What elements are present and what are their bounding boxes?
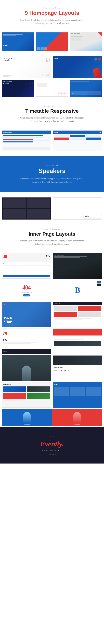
hero-description: Packed with Evently is a collection of n…: [20, 18, 84, 25]
homepage-grid: SpeakersVenuesDays 2017 MARKETINGCONFERE…: [0, 32, 104, 56]
inner-card-branding[interactable]: B: [53, 280, 102, 300]
speaker-name: Samuel Barnes: [85, 214, 100, 214]
pres-line: [54, 318, 92, 319]
speakers-card-dark[interactable]: [2, 198, 51, 220]
pro-line: [3, 268, 31, 268]
inner-card-portrait[interactable]: [2, 355, 51, 381]
brand-item: [97, 281, 101, 283]
inner-grid-row1: Professional $75 Buy Now You'll Fall In …: [0, 253, 104, 280]
billets-items: [53, 386, 102, 396]
timetable-header-1: Conference Schedule: [2, 130, 51, 134]
optimization-body: [53, 336, 102, 347]
speakers-card-light[interactable]: Samuel Barnes Director: [53, 198, 102, 220]
timetable-card-2[interactable]: ✕ Schedule: [53, 130, 102, 151]
offer-item-1: [3, 386, 26, 392]
brand-section: Evently. By Mikado themes: [0, 427, 104, 464]
hero-section: Breathtaking Design 9 Homepage Layouts P…: [0, 0, 104, 32]
layout-card-graphic[interactable]: The Graphic DesignConference Confer: [2, 56, 51, 78]
professional-header: [2, 253, 51, 262]
inner-card-workshop[interactable]: ✕ WorkSHoP Register Your Ticket Now: [2, 302, 51, 327]
music-title: Music: [54, 58, 58, 60]
layout-card-2[interactable]: 2017 MARKETINGCONFERENCE: [36, 32, 68, 51]
pd-line: [54, 256, 87, 257]
timetable-header-2: Schedule: [53, 130, 102, 134]
timetable-screenshots: Conference Schedule ✕ Schedule: [0, 130, 104, 156]
inner-heading: Inner Page Layouts: [5, 231, 99, 237]
stat-num: 275: [54, 369, 57, 371]
inner-card-speakers-row[interactable]: Parker Oliver Parker Oliver: [2, 409, 102, 426]
stat-label: Talks: [67, 371, 69, 372]
brand-dot-5: [55, 454, 55, 455]
buy-button[interactable]: Buy Now: [3, 275, 50, 277]
layout-card-music[interactable]: Music ♪: [53, 56, 102, 78]
inner-card-presentation[interactable]: Presentation & Party: [53, 302, 102, 327]
three-card-row: Join the Conference 15 d 5a h 04 m 2O1: [0, 80, 104, 100]
brand-dot-3: [52, 454, 52, 455]
layout-card-3[interactable]: [70, 32, 102, 51]
stat-label: Attendees: [54, 371, 57, 372]
brand-dots-top: [5, 436, 99, 436]
layout-card-join[interactable]: Join the Conference 15 d 5a h 04 m 2O1: [2, 80, 34, 96]
inner-card-optimization[interactable]: New Optimization Is Important To Busines…: [53, 328, 102, 354]
inner-grid-row3: ✕ WorkSHoP Register Your Ticket Now Pres…: [0, 302, 104, 328]
professional-body: Professional: [2, 262, 51, 270]
large-cards-row: The Graphic DesignConference Confer Musi…: [0, 56, 104, 80]
professional-label: Professional: [3, 263, 50, 264]
stat-label: Speakers: [59, 371, 62, 372]
inner-card-italic[interactable]: m Corporate $99: [2, 328, 51, 354]
brand-dot-logo: .: [62, 440, 64, 448]
portrait-line: [3, 357, 10, 357]
stat-label: Days: [64, 371, 66, 372]
brand-items: [97, 281, 101, 286]
timetable-card-1[interactable]: Conference Schedule: [2, 130, 51, 151]
confer-text: Confer: [42, 73, 51, 77]
brand-logo: Evently.: [5, 440, 99, 448]
layout-card-blue[interactable]: ▶ ▶ ▶: [70, 80, 102, 96]
layout-card-1[interactable]: SpeakersVenuesDays: [2, 32, 34, 51]
portrait-line: [3, 358, 8, 358]
optimization-header: New Optimization Is Important To Busines…: [53, 329, 102, 336]
presentation-body: [53, 305, 102, 318]
billet-2: [70, 386, 85, 396]
card1-label: SpeakersVenuesDays: [3, 44, 8, 50]
billet-1: [54, 386, 69, 396]
speakers-subtitle: Showcase Your: [5, 164, 99, 166]
corp-line: [3, 342, 45, 342]
timetable-close[interactable]: ✕: [99, 132, 101, 134]
speaker-2-col: Parker Oliver: [52, 409, 102, 426]
pro-line: [3, 266, 36, 266]
inner-card-photo-dark[interactable]: You'll Fall In Love Because: [53, 253, 102, 278]
timetable-row: [3, 142, 33, 142]
speakers-description: Present your team or the speakers taking…: [16, 177, 88, 184]
card2-label: 2017 MARKETINGCONFERENCE: [47, 34, 57, 36]
great-event-title: Great Event.: [53, 365, 102, 369]
timetable-description: Create beautiful Timetables for your eve…: [20, 116, 84, 123]
opt-line: [54, 338, 96, 339]
inner-description: Make in-depth event showcases, present y…: [18, 239, 86, 246]
opt-line: [54, 337, 101, 337]
inner-card-professional[interactable]: Professional $75 Buy Now: [2, 253, 51, 278]
pro-line: [3, 267, 43, 267]
what-offer-items: [2, 386, 51, 400]
social-icon-3: [87, 216, 88, 217]
corporate-label: Corporate: [3, 351, 7, 352]
portrait-figure: [22, 366, 31, 381]
inner-card-404[interactable]: 404 Oops! Page Not Found Back Home: [2, 280, 51, 300]
inner-card-what-offer[interactable]: What We Offer: [2, 382, 51, 408]
timetable-row: [3, 137, 43, 138]
pro-line: [3, 265, 50, 266]
pres-img-colored: [78, 306, 101, 311]
pres-img: [78, 312, 101, 317]
corporate-price: $99: [3, 338, 50, 341]
inner-card-great-event[interactable]: Great Event. 275 Attendees 134 Speakers …: [53, 355, 102, 381]
dot: [52, 436, 52, 436]
presentation-header: Presentation & Party: [53, 302, 102, 305]
hero-number: 9: [25, 10, 28, 16]
inner-card-billets[interactable]: Billets: [53, 382, 102, 408]
timetable-row: [3, 140, 50, 141]
layout-card-white[interactable]: ▶▶▶: [36, 80, 68, 96]
corp-line: [3, 342, 38, 343]
back-home-button[interactable]: Back Home: [23, 294, 30, 296]
workshop-sub: Register Your Ticket Now: [3, 324, 14, 325]
timetable-heading: Timetable Responsive: [5, 108, 99, 114]
